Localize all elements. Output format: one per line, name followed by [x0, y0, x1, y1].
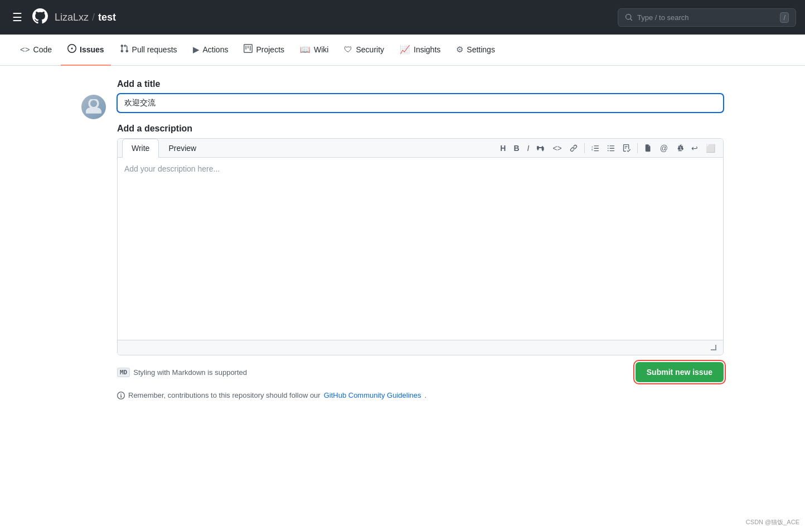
nav-actions[interactable]: ▶ Actions — [186, 35, 235, 66]
community-guidelines-link[interactable]: GitHub Community Guidelines — [324, 391, 421, 399]
repo-link[interactable]: test — [98, 12, 116, 23]
github-logo — [32, 8, 48, 27]
nav-projects-label: Projects — [256, 45, 284, 54]
quote-button[interactable] — [534, 142, 548, 154]
editor-footer — [118, 340, 723, 355]
nav-security-label: Security — [356, 45, 384, 54]
code-button[interactable]: <> — [549, 141, 565, 155]
link-button[interactable] — [566, 142, 581, 154]
avatar — [81, 95, 106, 119]
italic-button[interactable]: I — [524, 141, 533, 155]
pullrequest-icon — [120, 44, 129, 55]
insights-icon: 📈 — [400, 45, 410, 55]
settings-icon: ⚙ — [456, 45, 463, 55]
global-search[interactable]: Type / to search / — [618, 8, 796, 27]
editor-toolbar: H B I <> — [497, 139, 719, 157]
nav-projects[interactable]: Projects — [237, 35, 291, 66]
title-label: Add a title — [117, 79, 724, 89]
toolbar-separator-2 — [637, 143, 638, 153]
editor-container: Write Preview H B I <> — [117, 138, 724, 355]
breadcrumb-separator: / — [92, 12, 95, 23]
issues-icon — [67, 44, 76, 55]
nav-settings[interactable]: ⚙ Settings — [449, 35, 502, 66]
form-footer: MD Styling with Markdown is supported Su… — [117, 362, 724, 382]
task-list-button[interactable] — [619, 142, 634, 154]
code-icon: <> — [20, 45, 30, 54]
search-shortcut: / — [780, 12, 789, 23]
title-input[interactable] — [117, 94, 724, 113]
nav-pr-label: Pull requests — [132, 45, 177, 54]
nav-issues[interactable]: Issues — [61, 35, 111, 66]
security-icon: 🛡 — [344, 45, 352, 54]
watermark: CSDN @猫饭_ACE — [746, 518, 799, 526]
toolbar-separator-1 — [584, 143, 585, 153]
nav-issues-label: Issues — [80, 45, 104, 54]
nav-insights[interactable]: 📈 Insights — [393, 35, 447, 66]
submit-area: Submit new issue — [636, 362, 724, 382]
write-tab[interactable]: Write — [122, 139, 159, 158]
nav-insights-label: Insights — [414, 45, 440, 54]
nav-settings-label: Settings — [467, 45, 495, 54]
sub-navigation: <> Code Issues Pull requests ▶ Actions — [0, 35, 805, 66]
issue-form: Add a title Add a description Write Prev… — [117, 79, 724, 399]
nav-wiki-label: Wiki — [314, 45, 328, 54]
main-content: Add a title Add a description Write Prev… — [68, 66, 737, 413]
top-navigation: ☰ LizaLxz / test Type / to search / — [0, 0, 805, 35]
community-note-text: Remember, contributions to this reposito… — [128, 391, 321, 399]
nav-code[interactable]: <> Code — [13, 35, 59, 66]
markdown-badge: MD — [117, 368, 130, 377]
markdown-note: MD Styling with Markdown is supported — [117, 368, 247, 377]
projects-icon — [244, 44, 253, 55]
numbered-list-button[interactable] — [588, 142, 603, 154]
wiki-icon: 📖 — [300, 45, 311, 55]
reference-button[interactable] — [672, 142, 687, 154]
mention-button[interactable]: @ — [657, 141, 671, 155]
undo-button[interactable]: ↩ — [688, 141, 701, 155]
actions-icon: ▶ — [193, 45, 200, 55]
markdown-note-text: Styling with Markdown is supported — [133, 368, 247, 377]
issue-form-wrapper: Add a title Add a description Write Prev… — [81, 79, 724, 399]
preview-tab[interactable]: Preview — [159, 139, 206, 158]
heading-button[interactable]: H — [497, 141, 509, 155]
nav-security[interactable]: 🛡 Security — [337, 35, 391, 66]
nav-actions-label: Actions — [203, 45, 229, 54]
description-label: Add a description — [117, 124, 724, 134]
owner-link[interactable]: LizaLxz — [55, 12, 89, 23]
editor-tabs: Write Preview H B I <> — [118, 139, 723, 158]
nav-pullrequests[interactable]: Pull requests — [113, 35, 184, 66]
nav-wiki[interactable]: 📖 Wiki — [293, 35, 335, 66]
community-note: Remember, contributions to this reposito… — [117, 391, 724, 399]
search-placeholder: Type / to search — [637, 13, 689, 22]
bullet-list-button[interactable] — [604, 142, 618, 154]
fullscreen-button[interactable]: ⬜ — [702, 141, 719, 155]
nav-code-label: Code — [33, 45, 52, 54]
resize-handle[interactable] — [711, 345, 716, 350]
menu-button[interactable]: ☰ — [9, 7, 26, 27]
description-textarea[interactable] — [124, 164, 716, 331]
submit-button[interactable]: Submit new issue — [636, 362, 724, 382]
bold-button[interactable]: B — [510, 141, 522, 155]
editor-body — [118, 158, 723, 340]
community-note-end: . — [425, 391, 427, 399]
breadcrumb: LizaLxz / test — [55, 12, 116, 23]
attach-button[interactable] — [641, 142, 656, 154]
